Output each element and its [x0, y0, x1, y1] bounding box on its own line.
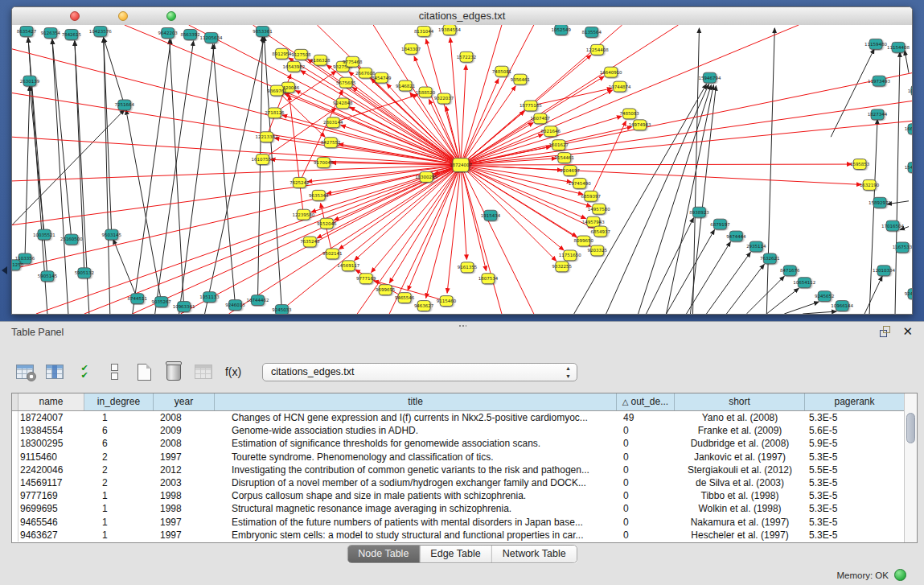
- graph-node[interactable]: 9635344: [309, 190, 329, 200]
- graph-node[interactable]: 16974943: [629, 120, 651, 130]
- graph-node[interactable]: 7625242: [290, 177, 309, 187]
- graph-edge[interactable]: [667, 230, 715, 314]
- graph-node[interactable]: 8471676: [780, 266, 800, 276]
- graph-node[interactable]: 1051133: [199, 292, 220, 303]
- table-row[interactable]: 911546021997Tourette syndrome. Phenomeno…: [12, 451, 917, 463]
- graph-node[interactable]: 9127508: [291, 49, 311, 60]
- graph-edge[interactable]: [461, 25, 679, 165]
- graph-edge[interactable]: [213, 44, 236, 305]
- column-header-short[interactable]: short: [675, 393, 805, 410]
- graph-node[interactable]: 18775165: [519, 101, 542, 111]
- column-header-name[interactable]: name: [18, 393, 84, 410]
- graph-edge[interactable]: [461, 165, 590, 246]
- graph-edge[interactable]: [461, 165, 861, 184]
- graph-node[interactable]: 9146821: [396, 80, 415, 91]
- graph-node[interactable]: 9356461: [511, 74, 530, 84]
- graph-edge[interactable]: [766, 28, 774, 314]
- graph-node[interactable]: 9503145: [102, 229, 121, 240]
- graph-node[interactable]: 16107553: [251, 154, 273, 165]
- graph-edge[interactable]: [264, 36, 281, 310]
- graph-node[interactable]: 8938923: [689, 207, 709, 217]
- table-row[interactable]: 2242004622012Investigating the contribut…: [12, 463, 917, 476]
- graph-node[interactable]: 1167533: [893, 242, 912, 253]
- table-row[interactable]: 969969511998Structural magnetic resonanc…: [12, 502, 917, 515]
- table-row[interactable]: 1830029562008Estimation of significance …: [12, 437, 917, 450]
- table-row[interactable]: 946362711997Embryonic stem cells: a mode…: [12, 529, 917, 542]
- close-panel-icon[interactable]: ✕: [902, 326, 913, 337]
- graph-node[interactable]: 9152046: [317, 218, 337, 229]
- graph-edge[interactable]: [229, 165, 461, 314]
- graph-edge[interactable]: [831, 49, 874, 137]
- graph-edge[interactable]: [30, 86, 44, 235]
- graph-node[interactable]: 15946794: [699, 72, 721, 83]
- graph-node[interactable]: 19745490: [569, 178, 591, 188]
- vertical-scrollbar[interactable]: [904, 393, 917, 542]
- graph-edge[interactable]: [295, 91, 461, 165]
- graph-edge[interactable]: [12, 165, 461, 225]
- graph-edge[interactable]: [426, 165, 461, 298]
- graph-node[interactable]: 18724007: [450, 159, 472, 172]
- graph-edge[interactable]: [461, 121, 912, 165]
- graph-edge[interactable]: [104, 38, 125, 105]
- splitter-grip[interactable]: [458, 324, 466, 328]
- graph-edge[interactable]: [317, 165, 461, 238]
- graph-node[interactable]: 14957580: [588, 204, 610, 214]
- graph-node[interactable]: 9642203: [158, 27, 178, 38]
- graph-node[interactable]: 9246013: [225, 300, 245, 311]
- graph-edge[interactable]: [36, 165, 461, 314]
- graph-node[interactable]: 5905145: [38, 271, 57, 282]
- graph-node[interactable]: 8135564: [582, 27, 602, 37]
- network-window-titlebar[interactable]: citations_edges.txt: [12, 7, 912, 26]
- collapsed-panel-arrow-icon[interactable]: [2, 266, 7, 274]
- graph-node[interactable]: 9474444: [726, 231, 746, 241]
- graph-node[interactable]: 1549335: [905, 163, 912, 173]
- graph-node[interactable]: 7485081: [492, 66, 511, 76]
- graph-node[interactable]: 12010334: [873, 266, 895, 276]
- graph-node[interactable]: 8131044: [414, 26, 434, 36]
- graph-node[interactable]: 9463627: [414, 301, 434, 311]
- graph-edge[interactable]: [461, 25, 502, 165]
- graph-edge[interactable]: [864, 276, 882, 314]
- graph-node[interactable]: 10963341: [173, 302, 195, 312]
- table-mode-icon[interactable]: [14, 361, 35, 382]
- graph-node[interactable]: 9246052: [905, 289, 912, 299]
- graph-node[interactable]: 9245033: [272, 305, 292, 314]
- graph-node[interactable]: 5675685: [336, 77, 355, 88]
- graph-edge[interactable]: [667, 85, 714, 314]
- graph-edge[interactable]: [687, 241, 731, 314]
- network-graph[interactable]: 1872400789129549127508165439828186328932…: [12, 25, 912, 314]
- graph-edge[interactable]: [726, 264, 764, 314]
- graph-node[interactable]: 1572232: [457, 51, 476, 62]
- graph-node[interactable]: 9777169: [356, 274, 376, 284]
- graph-node[interactable]: 1047216: [908, 85, 912, 96]
- table-row[interactable]: 1456911722003Disruption of a novel membe…: [12, 476, 917, 489]
- graph-edge[interactable]: [52, 39, 68, 314]
- graph-node[interactable]: 2630139: [20, 76, 40, 86]
- graph-node[interactable]: 11973493: [868, 76, 890, 86]
- graph-node[interactable]: 9203325: [587, 245, 606, 256]
- graph-node[interactable]: 15892971: [869, 197, 891, 208]
- graph-node[interactable]: 9245652: [815, 291, 834, 302]
- tab-edge-table[interactable]: Edge Table: [419, 546, 491, 562]
- table-row[interactable]: 946554611997Estimation of the future num…: [12, 516, 917, 529]
- graph-node[interactable]: 9332255: [552, 262, 572, 272]
- graph-node[interactable]: 9115460: [437, 296, 457, 307]
- column-header-pagerank[interactable]: pagerank: [805, 393, 905, 410]
- graph-node[interactable]: 8912954: [272, 48, 292, 59]
- graph-node[interactable]: 16543982: [282, 61, 305, 72]
- graph-node[interactable]: 12239580: [292, 209, 314, 220]
- delete-column-icon[interactable]: [163, 361, 184, 382]
- graph-node[interactable]: 5905132: [75, 268, 94, 278]
- tab-node-table[interactable]: Node Table: [347, 546, 419, 562]
- graph-node[interactable]: 8186328: [310, 55, 331, 65]
- graph-node[interactable]: 2204697: [561, 166, 581, 176]
- graph-node[interactable]: 7842615: [62, 29, 81, 39]
- graph-node[interactable]: 8635427: [17, 26, 37, 36]
- graph-node[interactable]: 7485083: [619, 109, 639, 119]
- graph-node[interactable]: 9502141: [322, 249, 342, 259]
- graph-node[interactable]: 9126354: [41, 27, 61, 38]
- graph-edge[interactable]: [461, 165, 556, 261]
- graph-node[interactable]: 7632621: [760, 253, 779, 264]
- graph-edge[interactable]: [692, 28, 699, 314]
- show-columns-icon[interactable]: [44, 361, 65, 382]
